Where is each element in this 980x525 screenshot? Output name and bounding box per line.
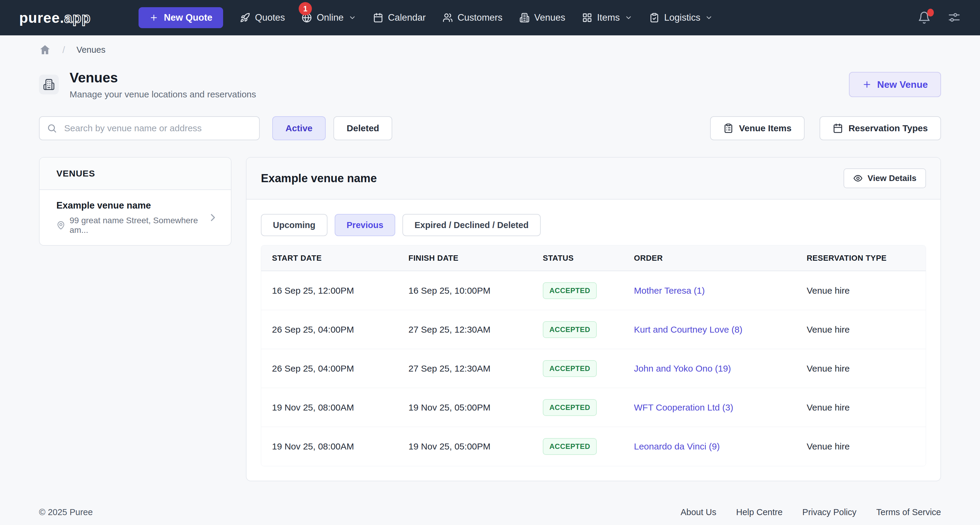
- col-start-date: START DATE: [261, 254, 398, 263]
- eye-icon: [853, 173, 863, 183]
- start-date-cell: 26 Sep 25, 04:00PM: [261, 325, 398, 335]
- status-cell: ACCEPTED: [532, 399, 623, 416]
- table-header-row: START DATE FINISH DATE STATUS ORDER RESE…: [261, 246, 926, 271]
- deleted-filter-button[interactable]: Deleted: [334, 116, 392, 140]
- status-cell: ACCEPTED: [532, 360, 623, 377]
- view-details-button[interactable]: View Details: [843, 168, 926, 188]
- footer-links: About Us Help Centre Privacy Policy Term…: [681, 507, 941, 517]
- status-badge: ACCEPTED: [543, 282, 597, 299]
- notifications-button[interactable]: [918, 11, 931, 24]
- home-icon: [39, 44, 51, 56]
- reservations-table: START DATE FINISH DATE STATUS ORDER RESE…: [261, 245, 926, 466]
- page-header: Venues Manage your venue locations and r…: [39, 70, 941, 100]
- status-cell: ACCEPTED: [532, 438, 623, 455]
- navbar: puree.app New Quote Quotes 1 Online Cale…: [0, 0, 980, 35]
- venue-list-item[interactable]: Example venue name 99 great name Street,…: [40, 190, 231, 245]
- start-date-cell: 19 Nov 25, 08:00AM: [261, 441, 398, 452]
- navbar-right: [918, 11, 961, 24]
- reservation-type-cell: Venue hire: [796, 285, 926, 296]
- nav-item-online[interactable]: 1 Online: [302, 12, 356, 23]
- order-cell: John and Yoko Ono (19): [623, 363, 796, 374]
- order-cell: Mother Teresa (1): [623, 285, 796, 296]
- venue-detail-header: Example venue name View Details: [247, 158, 940, 200]
- breadcrumb: / Venues: [39, 35, 941, 56]
- brand-logo-outline: app: [64, 10, 91, 26]
- breadcrumb-current[interactable]: Venues: [76, 45, 105, 55]
- nav-item-calendar[interactable]: Calendar: [373, 12, 426, 23]
- order-link[interactable]: John and Yoko Ono (19): [634, 363, 731, 373]
- order-link[interactable]: Kurt and Courtney Love (8): [634, 325, 743, 335]
- footer-link-terms-of-service[interactable]: Terms of Service: [876, 507, 941, 517]
- start-date-cell: 19 Nov 25, 08:00AM: [261, 403, 398, 412]
- new-venue-button[interactable]: New Venue: [849, 72, 941, 97]
- search-icon: [47, 123, 57, 133]
- reservation-type-cell: Venue hire: [796, 363, 926, 374]
- venue-search: [39, 116, 260, 140]
- map-pin-icon: [56, 221, 65, 230]
- new-quote-button[interactable]: New Quote: [138, 7, 223, 28]
- nav-item-customers[interactable]: Customers: [442, 12, 503, 23]
- brand-logo-solid: puree.: [19, 10, 64, 26]
- page-title-block: Venues Manage your venue locations and r…: [70, 70, 256, 100]
- breadcrumb-home[interactable]: [39, 44, 51, 56]
- order-link[interactable]: Mother Teresa (1): [634, 285, 705, 295]
- finish-date-cell: 27 Sep 25, 12:30AM: [398, 325, 532, 335]
- rocket-icon: [240, 13, 250, 23]
- page-title: Venues: [70, 70, 256, 86]
- footer-link-about-us[interactable]: About Us: [681, 507, 716, 517]
- reservation-type-cell: Venue hire: [796, 441, 926, 452]
- finish-date-cell: 19 Nov 25, 05:00PM: [398, 441, 532, 452]
- status-badge: ACCEPTED: [543, 438, 597, 455]
- order-link[interactable]: Leonardo da Vinci (9): [634, 441, 720, 451]
- venue-items-button[interactable]: Venue Items: [710, 116, 805, 140]
- table-row: 16 Sep 25, 12:00PM 16 Sep 25, 10:00PM AC…: [261, 271, 926, 310]
- search-input[interactable]: [39, 116, 260, 140]
- calendar-icon: [373, 13, 383, 23]
- status-cell: ACCEPTED: [532, 282, 623, 299]
- venue-address: 99 great name Street, Somewhere am...: [56, 216, 207, 235]
- status-badge: ACCEPTED: [543, 360, 597, 377]
- status-badge: ACCEPTED: [543, 321, 597, 338]
- plus-icon: [862, 80, 872, 89]
- grid-icon: [582, 13, 592, 23]
- venue-detail-title: Example venue name: [261, 172, 377, 185]
- footer-link-help-centre[interactable]: Help Centre: [736, 507, 783, 517]
- table-row: 26 Sep 25, 04:00PM 27 Sep 25, 12:30AM AC…: [261, 310, 926, 349]
- reservation-type-cell: Venue hire: [796, 325, 926, 335]
- building-icon: [519, 13, 530, 23]
- footer-link-privacy-policy[interactable]: Privacy Policy: [802, 507, 857, 517]
- table-row: 19 Nov 25, 08:00AM 19 Nov 25, 05:00PM AC…: [261, 427, 926, 466]
- tab-upcoming[interactable]: Upcoming: [261, 214, 328, 236]
- page-container: / Venues Venues Manage your venue locati…: [39, 35, 941, 481]
- venue-detail-body: Upcoming Previous Expired / Declined / D…: [247, 200, 940, 481]
- start-date-cell: 16 Sep 25, 12:00PM: [261, 285, 398, 296]
- order-cell: WFT Cooperation Ltd (3): [623, 403, 796, 412]
- nav-item-quotes[interactable]: Quotes: [240, 12, 285, 23]
- active-filter-button[interactable]: Active: [272, 116, 326, 140]
- building-icon: [43, 79, 55, 90]
- start-date-cell: 26 Sep 25, 04:00PM: [261, 363, 398, 374]
- nav-item-items[interactable]: Items: [582, 12, 632, 23]
- tab-expired-declined-deleted[interactable]: Expired / Declined / Deleted: [402, 214, 540, 236]
- status-cell: ACCEPTED: [532, 321, 623, 338]
- venue-list-item-text: Example venue name 99 great name Street,…: [56, 200, 207, 235]
- page-icon: [39, 75, 59, 94]
- settings-button[interactable]: [948, 11, 961, 24]
- venues-panel-title: VENUES: [56, 168, 214, 179]
- table-row: 19 Nov 25, 08:00AM 19 Nov 25, 05:00PM AC…: [261, 388, 926, 427]
- finish-date-cell: 19 Nov 25, 05:00PM: [398, 403, 532, 412]
- reservation-type-cell: Venue hire: [796, 403, 926, 412]
- venues-panel: VENUES Example venue name 99 great name …: [39, 157, 232, 246]
- footer: © 2025 Puree About Us Help Centre Privac…: [0, 507, 980, 525]
- page-subtitle: Manage your venue locations and reservat…: [70, 89, 256, 100]
- tab-previous[interactable]: Previous: [335, 214, 396, 236]
- chevron-down-icon: [348, 14, 356, 22]
- order-link[interactable]: WFT Cooperation Ltd (3): [634, 403, 733, 412]
- nav-item-venues[interactable]: Venues: [519, 12, 565, 23]
- nav-item-logistics[interactable]: Logistics: [649, 12, 713, 23]
- brand-logo[interactable]: puree.app: [19, 10, 91, 26]
- col-order: ORDER: [623, 254, 796, 263]
- reservation-types-button[interactable]: Reservation Types: [819, 116, 941, 140]
- users-icon: [442, 13, 453, 23]
- breadcrumb-separator: /: [62, 44, 65, 56]
